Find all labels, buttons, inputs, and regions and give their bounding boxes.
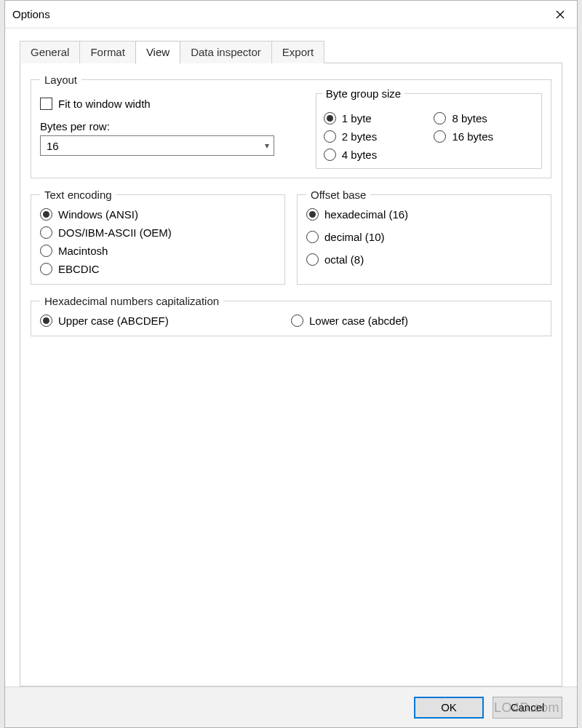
radio-2-bytes[interactable]: 2 bytes xyxy=(324,130,424,143)
cancel-button[interactable]: Cancel xyxy=(493,697,562,719)
radio-icon xyxy=(306,253,319,266)
group-hex-caps: Hexadecimal numbers capitalization Upper… xyxy=(31,295,551,336)
radio-ebcdic[interactable]: EBCDIC xyxy=(40,263,276,275)
group-layout: Layout Fit to window width Bytes per row… xyxy=(31,74,551,178)
tab-general[interactable]: General xyxy=(20,41,80,63)
radio-icon xyxy=(40,245,52,257)
radio-icon xyxy=(40,314,52,327)
bytes-per-row-label: Bytes per row: xyxy=(40,120,301,132)
radio-1-byte[interactable]: 1 byte xyxy=(324,112,424,124)
radio-dos-oem[interactable]: DOS/IBM-ASCII (OEM) xyxy=(40,226,276,239)
options-dialog: Options General Format View Data inspect… xyxy=(4,0,578,728)
radio-icon xyxy=(40,263,52,275)
ok-button[interactable]: OK xyxy=(414,697,484,719)
offset-base-legend: Offset base xyxy=(306,189,370,201)
checkbox-fit-window-label: Fit to window width xyxy=(58,98,151,110)
radio-icon xyxy=(434,112,446,124)
bytes-per-row-combo[interactable]: 16 ▾ xyxy=(40,135,274,156)
radio-windows-ansi[interactable]: Windows (ANSI) xyxy=(40,208,276,221)
chevron-down-icon: ▾ xyxy=(265,141,269,151)
window-title: Options xyxy=(12,8,50,20)
radio-macintosh[interactable]: Macintosh xyxy=(40,245,276,257)
radio-icon xyxy=(324,130,336,143)
tab-view[interactable]: View xyxy=(135,41,180,64)
radio-icon xyxy=(291,314,303,327)
radio-8-bytes[interactable]: 8 bytes xyxy=(434,112,534,124)
radio-decimal[interactable]: decimal (10) xyxy=(306,231,542,243)
radio-16-bytes[interactable]: 16 bytes xyxy=(434,130,534,143)
close-icon xyxy=(556,10,565,19)
button-bar: OK Cancel xyxy=(5,687,577,727)
radio-icon xyxy=(306,231,319,243)
hex-caps-legend: Hexadecimal numbers capitalization xyxy=(40,295,223,307)
tab-strip: General Format View Data inspector Expor… xyxy=(20,40,562,63)
checkbox-fit-window[interactable]: Fit to window width xyxy=(40,98,301,110)
tab-format[interactable]: Format xyxy=(79,41,136,63)
radio-icon xyxy=(40,226,52,239)
radio-icon xyxy=(40,208,52,221)
radio-icon xyxy=(324,112,336,124)
text-encoding-legend: Text encoding xyxy=(40,189,116,201)
radio-4-bytes[interactable]: 4 bytes xyxy=(324,149,424,161)
group-byte-group-size: Byte group size 1 byte 8 bytes 2 bytes 1… xyxy=(316,93,542,169)
checkbox-box-icon xyxy=(40,98,52,110)
dialog-content: General Format View Data inspector Expor… xyxy=(5,28,577,687)
radio-icon xyxy=(434,130,446,143)
group-layout-legend: Layout xyxy=(40,74,81,86)
radio-hexadecimal[interactable]: hexadecimal (16) xyxy=(306,208,542,221)
byte-group-legend: Byte group size xyxy=(322,87,404,100)
bytes-per-row-value: 16 xyxy=(47,140,59,152)
radio-icon xyxy=(306,208,319,221)
tab-export[interactable]: Export xyxy=(271,41,324,63)
tab-data-inspector[interactable]: Data inspector xyxy=(180,41,272,63)
radio-icon xyxy=(324,149,336,161)
radio-octal[interactable]: octal (8) xyxy=(306,253,542,266)
titlebar: Options xyxy=(5,1,577,28)
group-offset-base: Offset base hexadecimal (16) decimal (10… xyxy=(297,189,551,285)
radio-upper-case[interactable]: Upper case (ABCDEF) xyxy=(40,314,291,327)
tab-panel-view: Layout Fit to window width Bytes per row… xyxy=(20,63,562,687)
group-text-encoding: Text encoding Windows (ANSI) DOS/IBM-ASC… xyxy=(31,189,285,285)
close-button[interactable] xyxy=(543,1,577,28)
radio-lower-case[interactable]: Lower case (abcdef) xyxy=(291,314,542,327)
